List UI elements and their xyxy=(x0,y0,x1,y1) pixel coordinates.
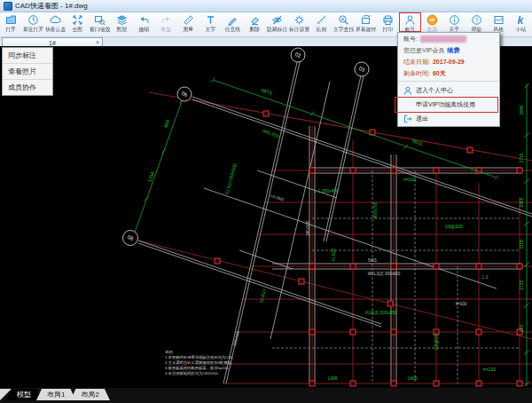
renew-link[interactable]: 续费 xyxy=(447,46,459,54)
quick-menu-item-sync[interactable]: 同步标注 xyxy=(3,48,52,64)
sheet-tab-model[interactable]: 模型 xyxy=(6,389,42,400)
dim-label: 2715 xyxy=(519,280,524,289)
undo-icon xyxy=(138,14,150,26)
window-title: CAD快速看图 - 1#.dwg xyxy=(15,1,88,11)
beam-label: KL5(2) xyxy=(331,248,336,261)
toolbar-button-rotate-screen[interactable]: 屏幕旋转 xyxy=(355,12,377,32)
recent-clock-icon xyxy=(27,14,39,26)
toolbar-button-find-text[interactable]: 文字查找 xyxy=(332,12,355,32)
toolbar-button-scale[interactable]: 比例 xyxy=(310,12,332,32)
svg-text:?: ? xyxy=(475,17,479,23)
svg-text:k: k xyxy=(518,14,525,26)
dim-label: 295 xyxy=(519,325,524,333)
layers-icon xyxy=(116,14,128,26)
ksite-icon: k xyxy=(515,14,527,26)
toolbar-button-ksite[interactable]: k 小站 xyxy=(510,12,532,32)
toolbar-button-layers[interactable]: 图层 xyxy=(111,12,133,32)
end-date-row: 结束日期: 2017-09-29 xyxy=(398,56,499,67)
note-line: 2.主次梁相交处次梁两侧各附加3根箍筋。 xyxy=(165,360,235,366)
beam-label: L-1 250x450 xyxy=(314,188,339,194)
column-markers xyxy=(215,111,522,386)
menu-item-personal-center[interactable]: 进入个人中心 xyxy=(398,83,499,98)
sheet-tab-layout2[interactable]: 布局2 xyxy=(70,389,109,400)
toolbar-button-annotation-settings[interactable]: 标注设置 xyxy=(288,12,310,32)
quick-menu: 同步标注 查看照片 成员协作 xyxy=(2,47,53,96)
beam-label: C8@150 xyxy=(434,332,439,350)
dim-label: 2195 xyxy=(519,239,524,249)
beam-label: 240x300 xyxy=(306,220,310,236)
toolbar-button-hide-annotation[interactable]: 隐藏标注 xyxy=(266,12,288,32)
remaining-value: 60天 xyxy=(433,69,446,77)
beam-label: WKL3(2) 300x600 xyxy=(368,272,401,276)
close-icon[interactable]: × xyxy=(96,38,99,46)
about-icon xyxy=(449,14,460,26)
toolbar-button-redo[interactable]: 恢复 xyxy=(155,12,177,32)
vip-status-row: 您已是VIP会员 续费 xyxy=(398,44,499,56)
menu-item-label: 退出 xyxy=(416,115,428,123)
toolbar-button-cloud[interactable]: 快看云盘 xyxy=(44,12,66,32)
beam-label: h=100 xyxy=(456,302,467,306)
ortho-grid-lines xyxy=(223,126,532,385)
toolbar-button-style[interactable]: 风格 xyxy=(488,12,510,32)
toolbar-button-vip[interactable]: VIP 会员 xyxy=(421,12,443,32)
quick-menu-item-photos[interactable]: 查看照片 xyxy=(3,64,52,80)
red-diagonal-grid-lines xyxy=(138,92,532,339)
toolbar-button-full-extent[interactable]: 全图 xyxy=(66,12,89,32)
scale-icon xyxy=(316,14,327,26)
toolbar-button-account[interactable]: 账号 xyxy=(399,12,421,32)
beam-label: L-3 xyxy=(481,274,488,280)
account-dropdown: 账号: 您已是VIP会员 续费 结束日期: 2017-09-29 剩余时间: 6… xyxy=(397,32,500,127)
style-icon xyxy=(493,14,505,26)
redo-icon xyxy=(160,14,172,26)
toolbar-button-about[interactable]: 关于 xyxy=(443,12,466,32)
menu-item-apply-vip-offline[interactable]: 申请VIP功能离线使用 xyxy=(398,98,499,112)
account-icon xyxy=(404,14,416,26)
sheet-tab-layout1[interactable]: 布局1 xyxy=(36,389,75,400)
full-extent-icon xyxy=(72,14,83,26)
person-icon xyxy=(403,86,412,95)
dim-label: 850 xyxy=(163,119,171,129)
toolbar-button-help[interactable]: ? 帮助 xyxy=(466,12,488,32)
beam-label: KL3(1) 250x500 xyxy=(224,162,238,194)
toolbar-button-recent[interactable]: 最近打开 xyxy=(22,12,44,32)
notes-block: 说明: 1.本图构件砼强度等级除注明外均为C30。 2.主次梁相交处次梁两侧各附… xyxy=(165,350,236,376)
account-masked-value xyxy=(420,36,466,43)
menu-item-label: 进入个人中心 xyxy=(416,86,453,95)
end-date-value: 2017-09-29 xyxy=(433,58,465,66)
beam-label: KL6(3) 300x650 xyxy=(365,310,397,315)
menu-item-logout[interactable]: 退出 xyxy=(398,112,499,126)
beam-label: 5401 xyxy=(368,258,378,263)
beam-label: h=120 xyxy=(483,367,496,372)
quick-menu-item-collab[interactable]: 成员协作 xyxy=(3,80,52,95)
app-icon xyxy=(4,2,12,11)
help-icon: ? xyxy=(471,14,482,26)
toolbar-button-open[interactable]: 打开 xyxy=(0,12,22,32)
end-date-label: 结束日期: xyxy=(403,58,430,66)
beam-label: 250x500 xyxy=(232,330,240,346)
beam-label: KL8(1) xyxy=(258,288,267,303)
beam-labels-green: KL3(1) 250x500 WKL2(3) L-1 250x450 300x7… xyxy=(224,128,497,372)
annotation-settings-icon xyxy=(293,14,305,26)
remaining-row: 剩余时间: 60天 xyxy=(398,67,499,79)
open-folder-icon xyxy=(5,14,17,26)
account-row: 账号: xyxy=(398,33,499,44)
dim-label: 1405 xyxy=(407,375,417,381)
beam-label: WKL2(3) xyxy=(262,128,280,138)
dim-label: 6873 xyxy=(261,87,273,96)
cloud-disk-icon xyxy=(50,14,61,26)
beam-label: 300x700 xyxy=(372,202,378,218)
beam-label: C8@200 xyxy=(445,224,463,229)
toolbar-button-measure[interactable]: 测量 xyxy=(177,12,200,32)
vip-icon: VIP xyxy=(426,14,438,26)
toolbar-button-delete[interactable]: 删除 xyxy=(244,12,266,32)
freeline-icon xyxy=(227,14,239,26)
window-zoom-icon xyxy=(94,14,106,26)
toolbar-button-freeline[interactable]: 任意线 xyxy=(222,12,244,32)
toolbar-button-undo[interactable]: 撤销 xyxy=(133,12,155,32)
dim-label: 2845 xyxy=(519,105,524,115)
toolbar-button-text[interactable]: 文字 xyxy=(200,12,222,32)
toolbar-button-window-zoom[interactable]: 窗口缩放 xyxy=(89,12,111,32)
find-text-icon xyxy=(338,14,349,26)
toolbar-button-print[interactable]: 打印 xyxy=(377,12,399,32)
beam-label: (-0.050) xyxy=(270,194,285,202)
